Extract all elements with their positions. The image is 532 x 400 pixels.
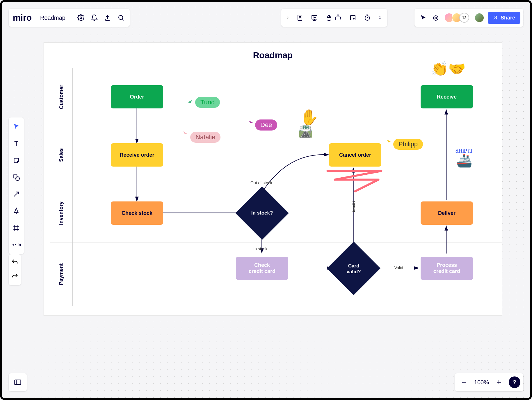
undo-button[interactable]: [11, 258, 19, 267]
divider: [36, 12, 36, 23]
minimap-button[interactable]: [9, 373, 27, 391]
board-name-label: Roadmap: [40, 15, 65, 21]
lane-label: Payment: [58, 263, 64, 285]
node-process-cc[interactable]: Process credit card: [421, 257, 473, 280]
node-order[interactable]: Order: [111, 85, 163, 108]
notes-icon[interactable]: [295, 13, 305, 22]
svg-line-28: [14, 192, 18, 196]
node-check-stock[interactable]: Check stock: [111, 201, 163, 225]
swimlanes: Customer Sales Inventory Payment Order R…: [50, 68, 502, 310]
present-icon[interactable]: [310, 13, 319, 22]
card-valid-label: Card valid?: [335, 263, 373, 275]
avatar-me[interactable]: [474, 13, 484, 23]
node-receive[interactable]: Receive: [421, 85, 473, 108]
settings-icon[interactable]: [76, 13, 86, 22]
cursor-label: Dee: [255, 119, 277, 131]
cursor-dee: Dee: [248, 114, 277, 131]
cursor-natalie: Natalie: [182, 125, 220, 143]
svg-line-4: [122, 19, 123, 20]
voting-icon[interactable]: [324, 13, 334, 22]
notifications-icon[interactable]: [90, 13, 99, 22]
svg-point-20: [436, 17, 436, 18]
svg-point-19: [435, 17, 435, 18]
export-icon[interactable]: [103, 13, 112, 22]
svg-point-14: [353, 18, 354, 19]
lane-label: Sales: [58, 148, 64, 162]
share-label: Share: [501, 15, 515, 21]
lane-label: Customer: [58, 85, 64, 109]
svg-rect-26: [14, 175, 17, 178]
label-invalid: Invalid: [352, 201, 356, 212]
node-cancel-order[interactable]: Cancel order: [329, 143, 381, 167]
top-mid-toolbar: [281, 9, 387, 27]
divider: [72, 12, 72, 23]
lane-label: Inventory: [58, 201, 64, 225]
label-valid: Valid: [394, 265, 403, 270]
clap-sticker[interactable]: 👏🤝: [431, 60, 466, 77]
frame-tool[interactable]: [11, 223, 22, 233]
top-left-toolbar: miro Roadmap: [9, 9, 130, 27]
label-in-stock: In stock: [253, 247, 267, 251]
tool-rail: »: [9, 117, 24, 254]
svg-point-23: [495, 16, 497, 18]
node-deliver[interactable]: Deliver: [421, 201, 473, 225]
more-tools[interactable]: »: [11, 240, 22, 250]
avatars[interactable]: 12: [444, 13, 469, 23]
cursor-icon[interactable]: [419, 13, 428, 22]
share-button[interactable]: Share: [488, 12, 520, 24]
card-icon[interactable]: [348, 13, 357, 22]
cursor-label: Natalie: [190, 132, 220, 143]
frame-title: Roadmap: [44, 50, 502, 60]
shape-tool[interactable]: [11, 172, 22, 183]
arrow-tool[interactable]: [11, 189, 22, 199]
raised-hand-icon[interactable]: ✋: [300, 108, 319, 126]
top-right-toolbar: 12 Share: [414, 9, 523, 27]
sticky-tool[interactable]: [11, 155, 22, 166]
undo-rail: [9, 254, 21, 285]
cursor-philipp: Philipp: [386, 133, 423, 150]
frame-roadmap[interactable]: Roadmap Customer Sales Inventory Payment…: [44, 42, 502, 316]
text-tool[interactable]: [11, 138, 22, 149]
in-stock-label: In stock?: [243, 210, 281, 216]
red-scribble[interactable]: [326, 167, 384, 196]
svg-rect-34: [15, 380, 21, 385]
svg-rect-13: [350, 15, 355, 20]
cursor-label: Turid: [195, 97, 220, 108]
search-icon[interactable]: [116, 13, 126, 22]
cursor-turid: Turid: [186, 97, 220, 108]
timer-icon[interactable]: [363, 13, 372, 22]
svg-point-3: [119, 15, 123, 19]
label-out-of-stock: Out of stock: [250, 181, 272, 185]
zoom-out-button[interactable]: [460, 378, 469, 387]
svg-point-18: [433, 16, 438, 20]
board-name[interactable]: Roadmap: [40, 15, 68, 21]
miro-logo[interactable]: miro: [13, 13, 32, 23]
avatar-count[interactable]: 12: [459, 13, 469, 23]
zoom-in-button[interactable]: [494, 378, 503, 387]
thumbs-up-icon[interactable]: [334, 13, 343, 22]
svg-point-1: [80, 17, 82, 19]
cursor-label: Philipp: [393, 139, 423, 150]
redo-button[interactable]: [11, 272, 19, 281]
zoom-level[interactable]: 100%: [474, 379, 489, 386]
more-icon[interactable]: [377, 13, 383, 22]
road-icon[interactable]: 🛣️: [298, 124, 313, 138]
pen-tool[interactable]: [11, 206, 22, 216]
svg-point-27: [16, 177, 19, 181]
node-check-cc[interactable]: Check credit card: [236, 257, 288, 280]
zoom-toolbar: 100% ?: [455, 373, 523, 391]
svg-marker-12: [314, 17, 315, 18]
ship-it-sticker[interactable]: SHiP iT 🚢: [451, 148, 477, 167]
node-receive-order[interactable]: Receive order: [111, 143, 163, 167]
chevron-right-icon[interactable]: [285, 13, 290, 22]
help-button[interactable]: ?: [509, 376, 520, 388]
reactions-icon[interactable]: [431, 13, 441, 22]
select-tool[interactable]: [11, 122, 22, 132]
